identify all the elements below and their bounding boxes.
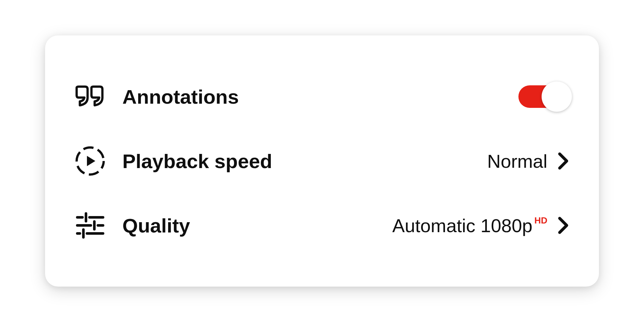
quality-value: Automatic 1080p HD (392, 215, 547, 236)
chevron-right-icon (557, 155, 570, 167)
quality-label: Quality (122, 214, 392, 237)
playback-speed-label: Playback speed (122, 150, 487, 173)
chevron-right-icon (557, 219, 570, 232)
annotations-row[interactable]: Annotations (74, 68, 570, 126)
annotations-toggle[interactable] (518, 85, 570, 108)
settings-panel: Annotations Playback speed Normal (45, 35, 599, 287)
playback-speed-row[interactable]: Playback speed Normal (74, 132, 570, 190)
playback-speed-icon (74, 145, 109, 177)
playback-speed-value: Normal (487, 150, 547, 172)
quality-value-text: Automatic 1080p (392, 215, 532, 236)
toggle-knob (542, 81, 572, 112)
quality-row[interactable]: Quality Automatic 1080p HD (74, 196, 570, 254)
annotations-icon (74, 85, 109, 108)
quality-icon (74, 211, 109, 240)
annotations-label: Annotations (122, 85, 518, 108)
hd-badge: HD (535, 215, 547, 226)
